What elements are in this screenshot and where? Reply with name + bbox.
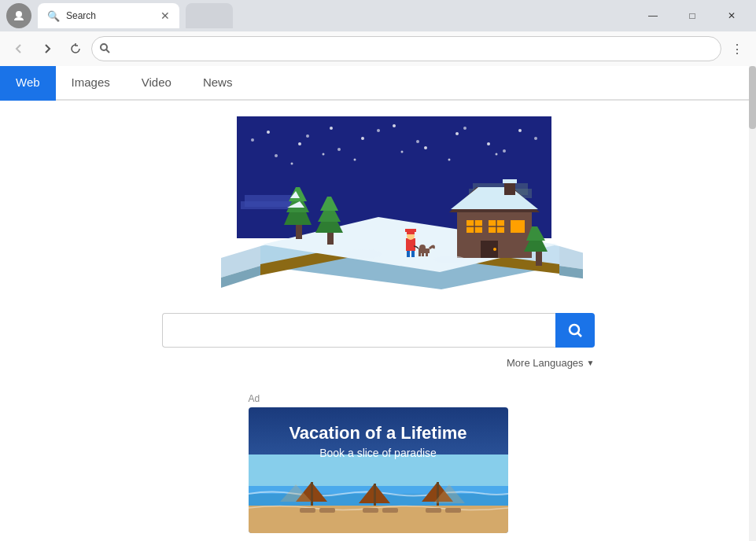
svg-rect-100 [300, 508, 315, 513]
svg-point-13 [290, 163, 293, 165]
svg-rect-69 [405, 229, 416, 232]
svg-rect-104 [382, 508, 398, 513]
ad-banner-text: Vacation of a Lifetime Book a slice of p… [273, 407, 482, 463]
svg-point-8 [393, 124, 396, 127]
svg-point-22 [337, 148, 341, 151]
title-bar-left: 🔍 Search ✕ [6, 3, 233, 28]
navigation-bar: ⋮ [0, 31, 756, 66]
active-tab[interactable]: 🔍 Search ✕ [38, 3, 179, 28]
hero-illustration [0, 101, 756, 305]
svg-point-27 [534, 137, 537, 140]
address-bar-wrapper [91, 36, 721, 61]
tab-label: Search [66, 10, 96, 21]
search-input[interactable] [162, 313, 555, 348]
tab-web[interactable]: Web [0, 66, 56, 101]
forward-button[interactable] [35, 36, 60, 61]
svg-point-15 [353, 159, 356, 161]
profile-button[interactable] [6, 3, 31, 28]
address-input[interactable] [91, 36, 721, 61]
tab-favicon: 🔍 [47, 10, 60, 22]
svg-rect-74 [419, 252, 421, 256]
svg-rect-77 [536, 250, 542, 266]
svg-point-16 [400, 151, 403, 153]
title-bar: 🔍 Search ✕ — □ ✕ [0, 0, 756, 31]
search-box-area: More Languages ▼ [0, 305, 756, 377]
scrollbar[interactable] [749, 66, 756, 541]
svg-point-23 [377, 129, 380, 132]
svg-point-25 [463, 127, 467, 130]
svg-point-26 [503, 149, 506, 153]
svg-point-6 [330, 127, 333, 130]
refresh-button[interactable] [63, 36, 88, 61]
maximize-button[interactable]: □ [674, 3, 710, 28]
search-button[interactable] [555, 313, 595, 348]
svg-line-87 [577, 333, 581, 337]
browser-window: 🔍 Search ✕ — □ ✕ [0, 0, 756, 541]
svg-point-19 [251, 138, 254, 142]
svg-point-10 [455, 132, 459, 135]
back-button[interactable] [6, 36, 31, 61]
ad-banner-title: Vacation of a Lifetime [289, 423, 467, 443]
tab-close-button[interactable]: ✕ [160, 9, 170, 22]
svg-point-18 [495, 153, 497, 156]
minimize-button[interactable]: — [635, 3, 671, 28]
svg-point-17 [448, 159, 450, 161]
svg-rect-93 [311, 482, 313, 506]
svg-rect-75 [422, 252, 424, 256]
tab-video[interactable]: Video [126, 66, 187, 101]
svg-point-1 [101, 44, 107, 50]
search-tabs-bar: Web Images Video News [0, 66, 756, 101]
svg-rect-76 [426, 252, 428, 256]
svg-point-24 [416, 140, 419, 143]
svg-rect-29 [241, 201, 296, 209]
svg-point-21 [306, 134, 309, 138]
svg-rect-38 [296, 225, 302, 239]
svg-point-5 [298, 142, 301, 145]
winter-scene-svg [174, 116, 583, 297]
ad-banner[interactable]: Vacation of a Lifetime Book a slice of p… [249, 407, 508, 533]
svg-rect-105 [445, 508, 461, 513]
svg-point-86 [570, 325, 579, 334]
svg-point-4 [267, 131, 270, 134]
svg-point-80 [343, 249, 382, 259]
svg-point-14 [322, 153, 324, 156]
search-form [162, 313, 595, 348]
close-button[interactable]: ✕ [714, 3, 750, 28]
svg-rect-103 [319, 508, 335, 513]
tab-images[interactable]: Images [56, 66, 126, 101]
svg-rect-101 [363, 508, 378, 513]
scrollbar-thumb[interactable] [749, 66, 756, 129]
page-content: Web Images Video News [0, 66, 756, 541]
svg-point-63 [493, 248, 496, 251]
svg-rect-96 [374, 484, 376, 506]
window-controls: — □ ✕ [635, 3, 750, 28]
svg-point-81 [433, 256, 465, 263]
ad-section: Ad Vacation of a Lifetime Book a slice o… [0, 377, 756, 541]
svg-rect-102 [426, 508, 441, 513]
svg-point-0 [16, 11, 22, 17]
inactive-tab[interactable] [186, 3, 233, 28]
svg-point-73 [419, 245, 426, 251]
address-search-icon [99, 42, 110, 56]
svg-rect-57 [511, 220, 525, 233]
svg-rect-44 [327, 233, 334, 245]
ad-banner-subtitle: Book a slice of paradise [289, 447, 467, 459]
svg-rect-71 [411, 251, 415, 257]
tab-news[interactable]: News [187, 66, 249, 101]
svg-point-7 [361, 137, 364, 140]
svg-point-11 [487, 142, 490, 145]
svg-point-12 [518, 129, 522, 132]
ad-label: Ad [249, 393, 260, 404]
svg-line-2 [106, 50, 109, 53]
ad-banner-image [249, 455, 508, 533]
more-languages-button[interactable]: More Languages ▼ [507, 352, 594, 374]
svg-rect-66 [406, 238, 415, 251]
svg-point-20 [275, 154, 278, 157]
menu-button[interactable]: ⋮ [725, 36, 750, 61]
svg-rect-65 [503, 179, 517, 183]
svg-rect-70 [407, 251, 410, 257]
svg-point-9 [424, 146, 427, 149]
